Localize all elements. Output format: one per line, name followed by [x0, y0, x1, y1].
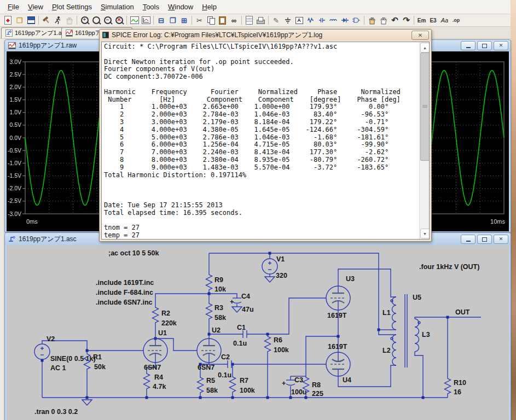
- svg-text:R10: R10: [454, 379, 466, 387]
- svg-text:220k: 220k: [161, 319, 177, 327]
- control-panel-icon[interactable]: [40, 15, 52, 26]
- mirror-icon[interactable]: Em: [416, 15, 427, 26]
- plot-settings-icon[interactable]: [140, 15, 152, 26]
- dialog-titlebar[interactable]: SPICE Error Log: C:¥Program Files¥LTC¥LT…: [100, 30, 431, 40]
- halt-icon: [63, 15, 75, 26]
- x-axis-end-label: 10ms: [490, 218, 505, 225]
- run-simulation-icon[interactable]: [52, 15, 63, 26]
- net-label-out[interactable]: OUT: [455, 308, 470, 316]
- component-u3[interactable]: U3 1619T: [326, 275, 355, 319]
- net-label-icon[interactable]: A: [293, 15, 305, 26]
- runner-icon: [54, 16, 62, 25]
- schematic-canvas[interactable]: V2 SINE(0 0.5 1k) AC 1 R1 50k U1 6SN7 R4…: [7, 246, 509, 420]
- draw-wire-icon[interactable]: ✎: [270, 15, 282, 26]
- restore-button[interactable]: [477, 235, 492, 244]
- svg-text:0.1u: 0.1u: [218, 371, 231, 379]
- component-r5[interactable]: R5 58k: [198, 376, 218, 394]
- menu-window[interactable]: Window: [164, 0, 198, 14]
- paste-icon[interactable]: [217, 15, 228, 26]
- svg-text:2.5V: 2.5V: [9, 71, 21, 78]
- print-preview-icon[interactable]: [243, 15, 255, 26]
- component-r3[interactable]: R3 58k: [206, 302, 226, 322]
- new-schematic-icon[interactable]: [2, 15, 14, 26]
- zoom-in-icon[interactable]: +: [79, 15, 90, 26]
- component-r6[interactable]: R6 100k: [265, 335, 289, 354]
- schematic-drawing: V2 SINE(0 0.5 1k) AC 1 R1 50k U1 6SN7 R4…: [7, 246, 509, 420]
- component-icon[interactable]: [351, 15, 362, 26]
- zoom-area-icon[interactable]: [90, 15, 102, 26]
- find-icon[interactable]: ∞: [228, 15, 240, 26]
- diode-icon[interactable]: [339, 15, 351, 26]
- directive-tran[interactable]: .tran 0 0.3 0.2: [34, 408, 78, 416]
- menu-simulation[interactable]: Simulation: [96, 0, 138, 14]
- menu-tools[interactable]: Tools: [138, 0, 164, 14]
- component-r2[interactable]: R2 220k: [153, 306, 177, 327]
- svg-text:AC 1: AC 1: [50, 364, 66, 372]
- svg-text:+: +: [230, 298, 234, 306]
- component-r7[interactable]: R7 100k: [230, 376, 255, 394]
- menu-plot-settings[interactable]: Plot Settings: [48, 0, 96, 14]
- print-icon[interactable]: [255, 15, 266, 26]
- menu-file[interactable]: File: [3, 0, 24, 14]
- dialog-close-button[interactable]: ✕: [411, 31, 429, 40]
- svg-text:R1: R1: [93, 353, 102, 361]
- copy-icon[interactable]: [205, 15, 217, 26]
- capacitor-icon[interactable]: [316, 15, 328, 26]
- cut-icon[interactable]: ✂: [194, 15, 205, 26]
- undo-icon[interactable]: ↶: [389, 15, 401, 26]
- restore-button[interactable]: [477, 41, 492, 50]
- inductor-icon[interactable]: [328, 15, 339, 26]
- cascade-windows-icon[interactable]: ❐: [167, 15, 178, 26]
- component-u4[interactable]: 1619T U4: [326, 343, 351, 384]
- move-icon[interactable]: [366, 15, 378, 26]
- component-c2[interactable]: C2 0.1u: [218, 353, 231, 379]
- text-icon[interactable]: Aa: [439, 15, 450, 26]
- component-c4[interactable]: + C4 47u: [230, 293, 254, 313]
- directive-four[interactable]: .four 1kHz V (OUT): [419, 263, 479, 271]
- log-scrollbar[interactable]: ▲ ▼: [419, 42, 429, 239]
- zoom-out-icon[interactable]: −: [102, 15, 113, 26]
- svg-text:58k: 58k: [206, 387, 218, 394]
- close-button[interactable]: ✕: [494, 235, 508, 244]
- desktop-background-strip: [511, 0, 516, 420]
- tile-horizontal-icon[interactable]: ⊟: [155, 15, 167, 26]
- component-c3[interactable]: + C3 100u: [282, 376, 307, 396]
- tile-vertical-icon[interactable]: ⊞: [178, 15, 190, 26]
- svg-text:47u: 47u: [242, 306, 254, 313]
- log-text: Circuit: * C:\Program Files\LTC\LTspiceI…: [102, 42, 429, 240]
- save-icon[interactable]: [25, 15, 37, 26]
- component-r10[interactable]: R10 16: [445, 377, 466, 396]
- tab-label: 1619ppアンプ1.asc: [15, 29, 68, 37]
- minimize-button[interactable]: [461, 235, 476, 244]
- schematic-window-title: 1619ppアンプ1.asc: [19, 235, 77, 244]
- component-r4[interactable]: R4 4.7k: [144, 372, 166, 390]
- directive-include-3[interactable]: .include 6SN7.inc: [96, 299, 153, 306]
- hand-icon: [66, 16, 73, 25]
- component-v1[interactable]: V1 320: [262, 255, 287, 279]
- drag-icon[interactable]: [378, 15, 389, 26]
- rotate-icon[interactable]: E3: [427, 15, 439, 26]
- redo-icon[interactable]: ↷: [401, 15, 412, 26]
- open-file-icon[interactable]: ❒: [14, 15, 25, 26]
- component-c1[interactable]: C1 0.1u: [233, 324, 247, 347]
- svg-text:-1.0V: -1.0V: [8, 160, 21, 166]
- directive-include-1[interactable]: .include 1619T.inc: [96, 279, 154, 287]
- scrollbar-thumb[interactable]: [420, 52, 430, 161]
- x-axis-start-label: 0ms: [26, 218, 38, 225]
- ground-symbol: [232, 307, 242, 312]
- spice-directive-icon[interactable]: .op: [450, 15, 462, 26]
- svg-text:-2.5V: -2.5V: [8, 197, 21, 204]
- scroll-down-icon[interactable]: ▼: [420, 229, 430, 238]
- ground-icon[interactable]: [282, 15, 293, 26]
- close-button[interactable]: ✕: [494, 41, 508, 50]
- autorange-icon[interactable]: [129, 15, 140, 26]
- zoom-full-extents-icon[interactable]: ✕: [113, 15, 125, 26]
- directive-include-2[interactable]: .include F-684.inc: [96, 289, 153, 296]
- directive-ac[interactable]: ;ac oct 10 5 50k: [108, 249, 159, 257]
- resistor-icon[interactable]: [305, 15, 316, 26]
- scroll-up-icon[interactable]: ▲: [420, 43, 430, 52]
- minimize-button[interactable]: [461, 41, 476, 50]
- menu-view[interactable]: View: [24, 0, 48, 14]
- menu-help[interactable]: Help: [198, 0, 221, 14]
- component-r9[interactable]: R9 10k: [206, 273, 226, 293]
